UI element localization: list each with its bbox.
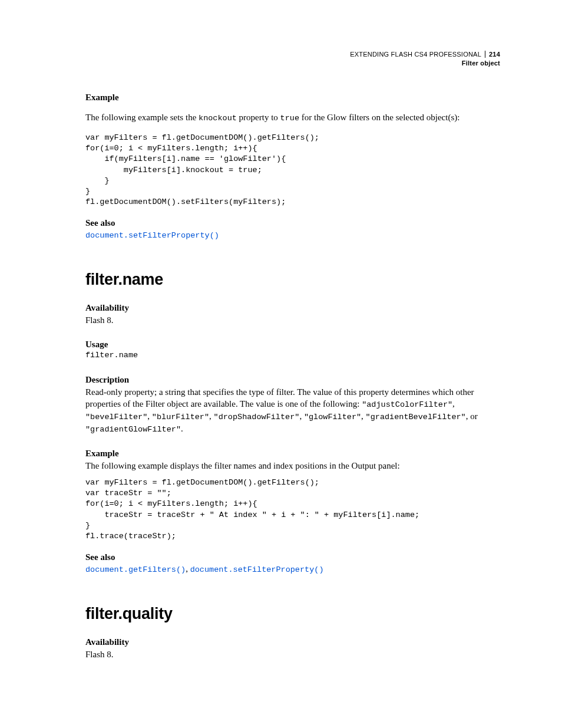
availability-heading: Availability	[85, 637, 500, 647]
code-block: var myFilters = fl.getDocumentDOM().getF…	[85, 133, 500, 208]
text: for the Glow filters on the selected obj…	[299, 113, 459, 122]
inline-code: "blurFilter"	[152, 413, 209, 421]
example-intro: The following example displays the filte…	[85, 460, 500, 472]
text: ,	[452, 399, 455, 409]
code-block: var myFilters = fl.getDocumentDOM().getF…	[85, 477, 500, 542]
text: ,	[147, 411, 152, 421]
example-heading: Example	[85, 449, 500, 459]
see-also-heading: See also	[85, 552, 500, 562]
usage-heading: Usage	[85, 340, 500, 350]
text: .	[181, 424, 183, 433]
description-text: Read-only property; a string that specif…	[85, 386, 500, 436]
text: ,	[186, 564, 190, 574]
text: property to	[237, 113, 280, 122]
inline-code: "adjustColorFilter"	[362, 400, 452, 409]
availability-text: Flash 8.	[85, 314, 500, 326]
usage-code: filter.name	[85, 351, 500, 360]
availability-heading: Availability	[85, 303, 500, 313]
text: ,	[209, 411, 214, 421]
see-also-link[interactable]: document.setFilterProperty()	[190, 565, 324, 574]
section-name: Filter object	[85, 59, 500, 68]
see-also-heading: See also	[85, 218, 500, 228]
running-header: EXTENDING FLASH CS4 PROFESSIONAL214 Filt…	[85, 50, 500, 68]
description-heading: Description	[85, 375, 500, 385]
text: ,	[299, 411, 304, 421]
doc-title: EXTENDING FLASH CS4 PROFESSIONAL	[350, 50, 481, 59]
inline-code: "bevelFilter"	[85, 413, 147, 421]
inline-code: "gradientBevelFilter"	[366, 413, 466, 421]
text: , or	[466, 411, 478, 421]
api-title-filter-quality: filter.quality	[85, 605, 500, 623]
text: The following example sets the	[85, 113, 199, 122]
example-intro: The following example sets the knockout …	[85, 111, 500, 124]
see-also-link[interactable]: document.getFilters()	[85, 565, 186, 574]
example-heading: Example	[85, 93, 500, 103]
page-number: 214	[485, 51, 500, 58]
api-title-filter-name: filter.name	[85, 271, 500, 289]
inline-code: true	[280, 114, 299, 123]
inline-code: "glowFilter"	[304, 413, 361, 421]
see-also-link[interactable]: document.setFilterProperty()	[85, 231, 219, 240]
page-container: EXTENDING FLASH CS4 PROFESSIONAL214 Filt…	[0, 0, 562, 696]
inline-code: "gradientGlowFilter"	[85, 425, 181, 434]
inline-code: knockout	[199, 114, 237, 123]
text: ,	[361, 411, 366, 421]
inline-code: "dropShadowFilter"	[214, 413, 300, 421]
availability-text: Flash 8.	[85, 648, 500, 660]
